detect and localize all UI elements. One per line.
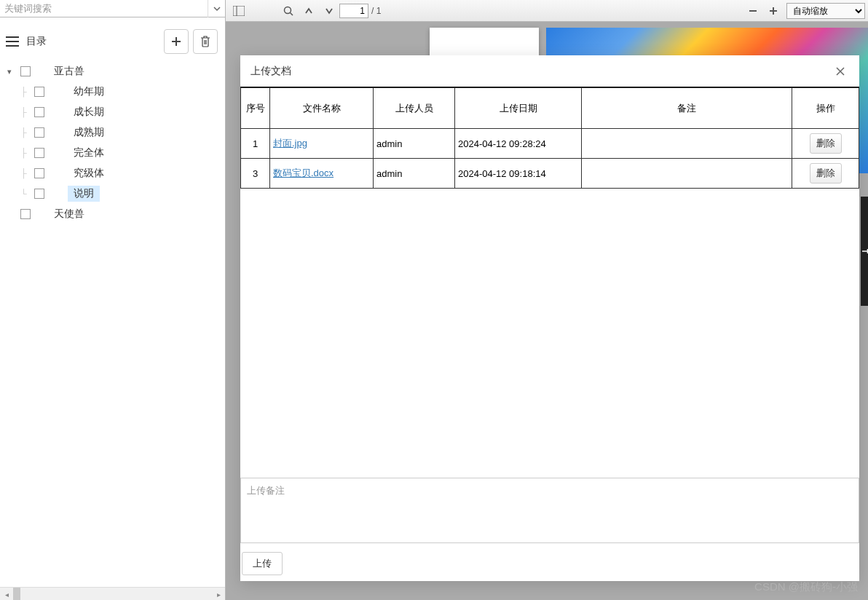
cell-seq: 1 <box>241 129 270 159</box>
cell-user: admin <box>374 159 455 189</box>
tree-node[interactable]: 天使兽 <box>0 204 225 224</box>
zoom-select[interactable]: 自动缩放 <box>786 3 865 19</box>
table-row: 1 封面.jpg admin 2024-04-12 09:28:24 删除 <box>241 129 859 159</box>
tree-checkbox[interactable] <box>34 127 44 138</box>
page-input[interactable] <box>339 4 368 18</box>
tree-line-icon: ├ <box>20 148 27 158</box>
tree-line-icon: ├ <box>20 168 27 178</box>
col-name: 文件名称 <box>270 88 374 129</box>
tree-label: 成长期 <box>68 104 110 120</box>
cell-date: 2024-04-12 09:28:24 <box>455 129 582 159</box>
upload-modal: 上传文档 序号 文件名称 上传人员 上传日期 备注 操作 <box>240 55 859 581</box>
tree-node[interactable]: ├ 完全体 <box>0 143 225 163</box>
close-button[interactable] <box>832 63 849 80</box>
page-total: / 1 <box>371 6 381 16</box>
document-strip: T <box>861 197 868 306</box>
tree-checkbox[interactable] <box>34 87 44 97</box>
modal-footer: 上传 <box>240 477 859 581</box>
tree-label: 成熟期 <box>68 125 110 141</box>
prev-page-button[interactable] <box>299 1 318 20</box>
tree-checkbox[interactable] <box>34 107 44 117</box>
next-page-button[interactable] <box>320 1 339 20</box>
cell-note <box>582 129 792 159</box>
search-input[interactable] <box>0 0 208 17</box>
tree-line-icon: ├ <box>20 107 27 117</box>
scroll-right-icon[interactable]: ▸ <box>212 588 225 600</box>
cell-op: 删除 <box>792 129 859 159</box>
cell-op: 删除 <box>792 159 859 189</box>
upload-button[interactable]: 上传 <box>242 552 283 575</box>
tree-checkbox[interactable] <box>20 66 31 76</box>
delete-row-button[interactable]: 删除 <box>810 163 842 183</box>
file-table: 序号 文件名称 上传人员 上传日期 备注 操作 1 封面.jpg admin 2… <box>240 87 859 189</box>
cell-name: 封面.jpg <box>270 129 374 159</box>
tree-node[interactable]: ├ 究级体 <box>0 163 225 183</box>
tree-node[interactable]: ▾ 亚古兽 <box>0 61 225 82</box>
viewer-toolbar: / 1 自动缩放 <box>226 0 868 22</box>
cell-note <box>582 159 792 189</box>
tree-line-icon: ├ <box>20 87 27 97</box>
modal-body: 序号 文件名称 上传人员 上传日期 备注 操作 1 封面.jpg admin 2… <box>240 87 859 477</box>
cell-date: 2024-04-12 09:18:14 <box>455 159 582 189</box>
cell-user: admin <box>374 129 455 159</box>
delete-row-button[interactable]: 删除 <box>810 133 842 154</box>
svg-line-3 <box>291 12 293 15</box>
zoom-out-button[interactable] <box>743 1 762 20</box>
tree-label: 究级体 <box>68 165 110 181</box>
col-date: 上传日期 <box>455 88 582 129</box>
tree-label: 亚古兽 <box>48 63 90 79</box>
tree-node[interactable]: ├ 成长期 <box>0 102 225 122</box>
file-link[interactable]: 封面.jpg <box>273 138 307 149</box>
tree-label: 幼年期 <box>68 84 110 100</box>
search-row <box>0 0 225 17</box>
col-seq: 序号 <box>241 88 270 129</box>
search-toggle[interactable] <box>208 0 225 17</box>
cell-seq: 3 <box>241 159 270 189</box>
svg-point-2 <box>285 7 291 13</box>
tree-label: 完全体 <box>68 145 110 161</box>
svg-rect-0 <box>233 6 245 16</box>
tree-checkbox[interactable] <box>34 168 44 178</box>
delete-button[interactable] <box>193 29 218 54</box>
tree-label: 天使兽 <box>48 206 90 222</box>
sidebar-hscroll[interactable]: ◂ ▸ <box>0 587 225 600</box>
cell-name: 数码宝贝.docx <box>270 159 374 189</box>
tree-checkbox[interactable] <box>34 189 44 199</box>
add-button[interactable] <box>164 29 189 54</box>
col-note: 备注 <box>582 88 792 129</box>
tree-node[interactable]: ├ 成熟期 <box>0 122 225 143</box>
scroll-thumb[interactable] <box>13 588 20 600</box>
zoom-in-button[interactable] <box>764 1 783 20</box>
catalog-title: 目录 <box>26 35 159 48</box>
tree-line-icon: └ <box>20 189 27 199</box>
tree-checkbox[interactable] <box>20 209 31 219</box>
tree-collapse-icon[interactable]: ▾ <box>4 66 15 76</box>
sidebar: 目录 ▾ 亚古兽 ├ 幼年期 ├ 成长期 ├ 成熟期 ├ <box>0 0 226 600</box>
toggle-sidebar-button[interactable] <box>229 1 248 20</box>
catalog-header: 目录 <box>0 17 225 61</box>
col-user: 上传人员 <box>374 88 455 129</box>
scroll-left-icon[interactable]: ◂ <box>0 588 13 600</box>
modal-header: 上传文档 <box>240 55 859 87</box>
tree-node[interactable]: └ 说明 <box>0 183 225 204</box>
tree-node[interactable]: ├ 幼年期 <box>0 82 225 102</box>
tree-checkbox[interactable] <box>34 148 44 158</box>
tree-line-icon: ├ <box>20 127 27 138</box>
catalog-tree: ▾ 亚古兽 ├ 幼年期 ├ 成长期 ├ 成熟期 ├ 完全体 ├ 究级体 <box>0 61 225 224</box>
find-button[interactable] <box>279 1 298 20</box>
upload-note-textarea[interactable] <box>240 478 859 543</box>
tree-line-icon <box>4 209 15 219</box>
file-link[interactable]: 数码宝贝.docx <box>273 167 334 178</box>
table-row: 3 数码宝贝.docx admin 2024-04-12 09:18:14 删除 <box>241 159 859 189</box>
col-op: 操作 <box>792 88 859 129</box>
upload-row: 上传 <box>240 546 859 581</box>
table-header-row: 序号 文件名称 上传人员 上传日期 备注 操作 <box>241 88 859 129</box>
hamburger-icon[interactable] <box>6 36 19 47</box>
modal-title: 上传文档 <box>250 65 832 78</box>
tree-label: 说明 <box>68 186 100 202</box>
